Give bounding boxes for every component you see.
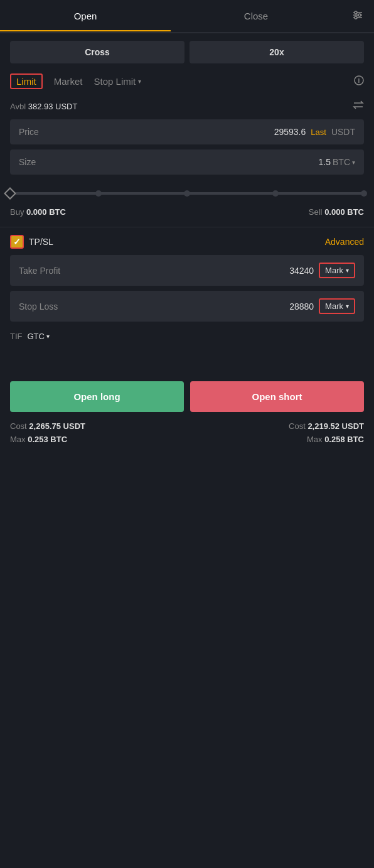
take-profit-right: 34240 Mark ▾	[289, 263, 355, 278]
order-type-limit[interactable]: Limit	[10, 73, 43, 89]
take-profit-label: Take Profit	[19, 266, 60, 276]
top-tab-bar: Open Close	[0, 0, 374, 33]
svg-point-4	[358, 14, 361, 16]
price-input-field[interactable]: Price 29593.6 Last USDT	[10, 119, 364, 144]
order-type-market[interactable]: Market	[53, 73, 84, 89]
stop-loss-chevron-icon: ▾	[346, 303, 349, 310]
advanced-link[interactable]: Advanced	[325, 237, 364, 247]
buy-value: 0.000 BTC	[26, 207, 66, 217]
svg-text:i: i	[358, 77, 360, 84]
stop-limit-label: Stop Limit	[94, 76, 136, 87]
take-profit-chevron-icon: ▾	[346, 267, 349, 274]
take-profit-value: 34240	[289, 266, 314, 276]
stop-limit-chevron-icon: ▾	[138, 78, 141, 85]
size-chevron-icon: ▾	[352, 159, 355, 166]
action-buttons: Open long Open short	[0, 371, 374, 420]
price-tag: Last	[311, 127, 326, 137]
stop-loss-right: 28880 Mark ▾	[289, 298, 355, 314]
slider-container	[0, 180, 374, 205]
slider-thumb[interactable]	[4, 187, 16, 200]
open-short-button[interactable]: Open short	[190, 381, 364, 412]
size-input-field[interactable]: Size 1.5 BTC ▾	[10, 149, 364, 175]
stop-loss-mark-dropdown[interactable]: Mark ▾	[319, 298, 355, 314]
stop-loss-value: 28880	[289, 301, 314, 312]
open-long-button[interactable]: Open long	[10, 381, 184, 412]
cost-row-1: Cost 2,265.75 USDT Cost 2,219.52 USDT	[0, 420, 374, 433]
checkmark-icon: ✓	[13, 237, 21, 247]
stop-loss-mark-label: Mark	[325, 301, 343, 311]
sell-value: 0.000 BTC	[324, 207, 364, 217]
short-max-value: 0.258 BTC	[324, 435, 364, 444]
buy-sell-row: Buy 0.000 BTC Sell 0.000 BTC	[0, 205, 374, 224]
cross-button[interactable]: Cross	[10, 41, 184, 63]
settings-icon[interactable]	[341, 0, 374, 32]
tab-open[interactable]: Open	[0, 2, 171, 31]
long-max-label: Max 0.253 BTC	[10, 435, 67, 444]
leverage-button[interactable]: 20x	[190, 41, 364, 63]
tpsl-label: TP/SL	[29, 237, 53, 247]
size-unit: BTC	[333, 157, 350, 167]
short-cost-label: Cost 2,219.52 USDT	[289, 421, 364, 431]
size-label: Size	[19, 157, 36, 167]
price-label: Price	[19, 127, 39, 137]
tpsl-row: ✓ TP/SL Advanced	[0, 230, 374, 255]
transfer-icon[interactable]	[353, 99, 364, 113]
tif-value: GTC	[28, 332, 45, 341]
svg-point-5	[355, 16, 357, 19]
price-unit: USDT	[331, 127, 355, 137]
take-profit-mark-label: Mark	[325, 266, 343, 275]
long-cost-label: Cost 2,265.75 USDT	[10, 421, 85, 431]
size-value: 1.5	[319, 157, 331, 167]
price-value-row: 29593.6 Last USDT	[274, 127, 355, 137]
trading-panel: Open Close Cross 20x Limit Market Stop L…	[0, 0, 374, 446]
price-value: 29593.6	[274, 127, 306, 137]
tif-row: TIF GTC ▾	[0, 327, 374, 351]
svg-point-3	[355, 11, 357, 14]
order-type-row: Limit Market Stop Limit ▾ i	[0, 71, 374, 97]
available-balance-row: Avbl 382.93 USDT	[0, 97, 374, 119]
take-profit-mark-dropdown[interactable]: Mark ▾	[319, 263, 355, 278]
buy-label: Buy 0.000 BTC	[10, 207, 66, 217]
stop-loss-field[interactable]: Stop Loss 28880 Mark ▾	[10, 291, 364, 322]
separator-1	[0, 227, 374, 227]
avbl-value: 382.93 USDT	[28, 102, 78, 111]
stop-loss-label: Stop Loss	[19, 301, 58, 312]
tif-dropdown[interactable]: GTC ▾	[28, 332, 50, 341]
short-max-label: Max 0.258 BTC	[307, 435, 364, 444]
short-cost-value: 2,219.52 USDT	[307, 421, 364, 431]
tpsl-checkbox[interactable]: ✓	[10, 235, 24, 249]
tab-close[interactable]: Close	[171, 2, 341, 30]
tif-label: TIF	[10, 332, 23, 341]
long-max-value: 0.253 BTC	[28, 435, 67, 444]
order-info-icon[interactable]: i	[354, 75, 364, 87]
tif-chevron-icon: ▾	[46, 333, 50, 340]
take-profit-field[interactable]: Take Profit 34240 Mark ▾	[10, 255, 364, 286]
order-type-stop-limit[interactable]: Stop Limit ▾	[94, 76, 142, 87]
long-cost-value: 2,265.75 USDT	[29, 421, 85, 431]
cost-row-2: Max 0.253 BTC Max 0.258 BTC	[0, 433, 374, 446]
control-row: Cross 20x	[0, 33, 374, 71]
size-unit-btn[interactable]: 1.5 BTC ▾	[319, 157, 355, 167]
slider-track[interactable]	[10, 192, 364, 195]
sell-label: Sell 0.000 BTC	[309, 207, 364, 217]
avbl-label: Avbl 382.93 USDT	[10, 102, 77, 111]
tpsl-left: ✓ TP/SL	[10, 235, 53, 249]
spacer	[0, 351, 374, 371]
